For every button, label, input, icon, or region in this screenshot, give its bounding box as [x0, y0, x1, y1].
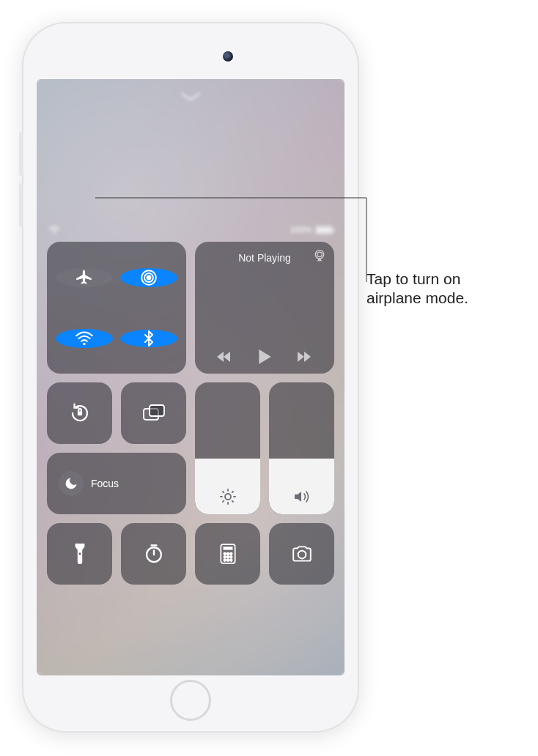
svg-point-6 — [317, 252, 323, 257]
device-frame: 100% — [22, 22, 359, 733]
timer-icon — [144, 544, 164, 564]
bluetooth-button[interactable] — [120, 330, 177, 347]
connectivity-group — [47, 242, 186, 374]
status-bar: 100% — [37, 223, 344, 237]
wifi-button[interactable] — [56, 329, 113, 348]
do-not-disturb-icon — [59, 471, 84, 496]
front-camera — [223, 51, 233, 62]
camera-button[interactable] — [269, 523, 334, 585]
focus-label: Focus — [91, 478, 119, 489]
svg-point-24 — [298, 551, 306, 559]
flashlight-button[interactable] — [47, 523, 112, 585]
svg-point-4 — [83, 342, 85, 344]
orientation-lock-icon — [69, 402, 91, 424]
volume-slider[interactable] — [269, 382, 334, 514]
wifi-icon — [75, 329, 94, 348]
svg-point-17 — [229, 553, 232, 555]
svg-point-21 — [224, 559, 226, 561]
media-title: Not Playing — [238, 252, 291, 264]
airplay-icon[interactable] — [312, 249, 327, 262]
callout-text: Tap to turn on airplane mode. — [366, 270, 528, 308]
wifi-status-icon — [48, 226, 60, 234]
timer-button[interactable] — [121, 523, 186, 585]
volume-fill — [269, 459, 334, 514]
brightness-fill — [195, 459, 260, 514]
brightness-slider[interactable] — [195, 382, 260, 514]
svg-point-16 — [226, 553, 229, 555]
bluetooth-icon — [140, 330, 158, 347]
chevron-down-icon[interactable] — [180, 92, 201, 103]
svg-point-10 — [225, 494, 231, 500]
focus-button[interactable]: Focus — [47, 453, 186, 514]
svg-point-15 — [224, 553, 226, 555]
svg-point-5 — [315, 251, 323, 259]
orientation-lock-button[interactable] — [47, 382, 112, 444]
control-center: Not Playing — [47, 242, 334, 585]
brightness-icon — [219, 488, 237, 505]
airdrop-button[interactable] — [120, 268, 177, 287]
svg-point-20 — [229, 556, 232, 558]
svg-point-11 — [78, 553, 81, 555]
volume-up-button[interactable] — [19, 132, 23, 176]
callout-line-2: airplane mode. — [366, 289, 528, 308]
next-track-button[interactable] — [296, 350, 314, 363]
battery-status: 100% — [290, 225, 333, 235]
airplane-mode-button[interactable] — [56, 268, 113, 287]
svg-point-0 — [54, 232, 55, 234]
airdrop-icon — [139, 268, 158, 287]
play-button[interactable] — [257, 349, 272, 365]
svg-point-18 — [224, 556, 226, 558]
svg-rect-14 — [223, 546, 232, 549]
flashlight-icon — [73, 543, 86, 565]
svg-rect-9 — [150, 405, 164, 416]
home-button[interactable] — [170, 680, 211, 721]
camera-icon — [291, 545, 313, 563]
airplane-icon — [75, 268, 94, 287]
screen-mirroring-button[interactable] — [121, 382, 186, 444]
previous-track-button[interactable] — [215, 350, 233, 363]
svg-point-1 — [147, 275, 151, 279]
battery-percent-label: 100% — [290, 225, 312, 235]
svg-point-23 — [229, 559, 232, 561]
callout-line-1: Tap to turn on — [366, 270, 528, 289]
volume-down-button[interactable] — [19, 183, 23, 227]
screen-mirroring-icon — [142, 404, 166, 423]
battery-icon — [315, 226, 333, 234]
svg-point-22 — [226, 559, 229, 561]
calculator-icon — [220, 544, 236, 564]
calculator-button[interactable] — [195, 523, 260, 585]
screen: 100% — [37, 79, 344, 675]
volume-icon — [292, 488, 312, 505]
svg-point-19 — [226, 556, 229, 558]
media-controls[interactable]: Not Playing — [195, 242, 334, 374]
